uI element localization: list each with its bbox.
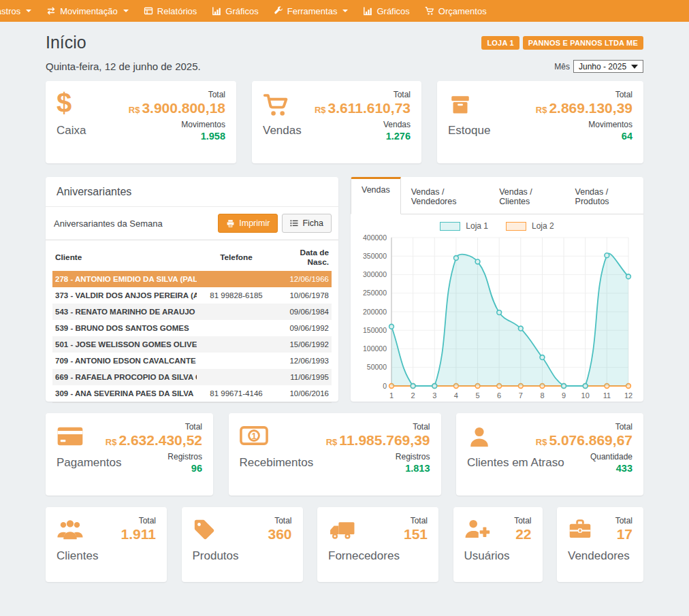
cart-icon: [263, 93, 290, 117]
table-row[interactable]: 373 - VALDIR DOS ANJOS PEREIRA (AN...81 …: [52, 287, 332, 304]
svg-text:200000: 200000: [363, 308, 387, 316]
svg-text:10: 10: [581, 391, 590, 400]
total-label: Total: [139, 516, 156, 525]
sales-chart-svg: 0500001000001500002000002500003000003500…: [362, 232, 632, 404]
count-value: 1.813: [326, 463, 430, 474]
svg-text:12: 12: [624, 391, 632, 400]
stat-card-vendas: Vendas Total R$3.611.610,73 Vendas 1.276: [252, 81, 421, 163]
tab-vendas[interactable]: Vendas: [351, 177, 401, 214]
user-plus-icon: [464, 518, 490, 540]
nav-label: Ferramentas: [287, 6, 338, 16]
chevron-down-icon: [631, 65, 638, 69]
nav-label: Orçamentos: [438, 6, 487, 16]
total-value: 22: [515, 526, 531, 542]
legend-swatch-loja2: [506, 222, 526, 231]
stat-card-clientes-atraso: Clientes em Atraso Total R$5.076.869,67 …: [456, 413, 643, 496]
table-row[interactable]: 539 - BRUNO DOS SANTOS GOMES09/06/1992: [52, 320, 332, 336]
total-label: Total: [536, 422, 632, 432]
caret-down-icon: [342, 10, 348, 12]
ficha-button[interactable]: Ficha: [282, 214, 332, 233]
nav-item-orcamentos[interactable]: Orçamentos: [417, 0, 494, 22]
total-label: Total: [326, 422, 430, 432]
bar-chart-icon: [212, 6, 221, 16]
svg-text:6: 6: [497, 391, 501, 400]
tab-vendas-vendedores[interactable]: Vendas / Vendedores: [401, 177, 489, 214]
total-label: Total: [315, 90, 411, 99]
current-date: Quinta-feira, 12 de junho de 2025.: [46, 61, 201, 72]
month-select-value: Junho - 2025: [579, 62, 626, 71]
exchange-icon: [46, 6, 56, 16]
svg-text:250000: 250000: [363, 289, 387, 297]
count-card-fornecedores: Total 151 Fornecedores: [317, 507, 438, 582]
nav-item-graficos-2[interactable]: Gráficos: [355, 0, 417, 22]
nav-label: Cadastros: [0, 6, 20, 16]
legend-item-loja2: Loja 2: [506, 221, 554, 231]
total-label: Total: [411, 516, 428, 525]
total-value: R$5.076.869,67: [536, 432, 632, 449]
total-label: Total: [274, 516, 291, 525]
svg-text:5: 5: [475, 391, 479, 400]
nav-item-cadastros[interactable]: Cadastros: [0, 0, 39, 22]
users-icon: [57, 518, 84, 541]
legend-swatch-loja1: [440, 222, 460, 231]
total-value: R$11.985.769,39: [326, 432, 430, 449]
nav-label: Gráficos: [376, 6, 409, 16]
nav-label: Gráficos: [225, 6, 258, 16]
total-label: Total: [615, 516, 632, 525]
count-label: Registros: [326, 452, 430, 461]
nav-item-relatorios[interactable]: Relatórios: [136, 0, 205, 22]
total-label: Total: [514, 516, 531, 525]
total-value: 1.911: [121, 526, 156, 542]
stat-card-recebimentos: 1 Recebimentos Total R$11.985.769,39 Reg…: [229, 413, 441, 496]
nav-item-graficos-1[interactable]: Gráficos: [204, 0, 266, 22]
column-header-cliente: Cliente: [52, 243, 197, 271]
svg-text:7: 7: [519, 391, 523, 400]
sales-chart-panel: Vendas Vendas / Vendedores Vendas / Clie…: [351, 177, 643, 402]
birthdays-subtitle: Aniversariantes da Semana: [54, 218, 163, 229]
bar-chart-icon: [363, 6, 372, 16]
tag-icon: [193, 518, 216, 541]
table-row[interactable]: 669 - RAFAELA PROCOPIO DA SILVA CA...11/…: [52, 369, 332, 385]
table-row[interactable]: 278 - ANTONIO EMIDIO DA SILVA (PALE...12…: [52, 271, 332, 287]
count-card-name: Usuários: [464, 549, 510, 563]
total-value: 151: [404, 526, 428, 542]
tab-vendas-produtos[interactable]: Vendas / Produtos: [565, 177, 643, 214]
print-button[interactable]: Imprimir: [218, 214, 278, 233]
chart-legend: Loja 1 Loja 2: [351, 221, 643, 231]
nav-item-ferramentas[interactable]: Ferramentas: [266, 0, 356, 22]
month-select[interactable]: Junho - 2025: [573, 60, 643, 73]
box-icon: [448, 93, 472, 117]
stat-card-name: Recebimentos: [240, 456, 314, 470]
nav-label: Relatórios: [157, 6, 197, 16]
page-title: Início: [46, 33, 86, 52]
tab-vendas-clientes[interactable]: Vendas / Clientes: [489, 177, 564, 214]
truck-icon: [328, 518, 355, 541]
count-card-name: Clientes: [57, 549, 98, 563]
svg-text:400000: 400000: [363, 233, 387, 242]
table-row[interactable]: 501 - JOSE WELISSON GOMES OLIVEIR...15/0…: [52, 336, 332, 353]
nav-item-movimentacao[interactable]: Movimentação: [39, 0, 136, 22]
wrench-icon: [274, 6, 283, 16]
count-label: Movimentos: [536, 120, 632, 129]
count-card-produtos: Total 360 Produtos: [182, 507, 303, 582]
table-row[interactable]: 709 - ANTONIO EDSON CAVALCANTE D...12/06…: [52, 353, 332, 369]
total-value: 360: [268, 526, 291, 542]
birthdays-title: Aniversariantes: [46, 177, 338, 207]
svg-text:4: 4: [454, 391, 458, 400]
top-navbar: Cadastros Movimentação Relatórios Gráfic…: [0, 0, 689, 22]
caret-down-icon: [26, 10, 31, 12]
total-value: R$3.611.610,73: [315, 99, 411, 117]
store-badges: LOJA 1 PANNOS E PANNOS LTDA ME: [481, 36, 643, 50]
total-value: R$3.900.800,18: [129, 99, 225, 117]
cart-icon: [425, 6, 434, 16]
stat-card-name: Caixa: [57, 124, 86, 137]
stat-card-caixa: $ Caixa Total R$3.900.800,18 Movimentos …: [46, 81, 236, 163]
count-label: Movimentos: [129, 120, 225, 129]
count-label: Vendas: [315, 120, 411, 129]
table-row[interactable]: 543 - RENATO MARINHO DE ARAUJO (F...09/0…: [52, 304, 332, 320]
divider: [52, 402, 332, 403]
stat-card-name: Estoque: [448, 124, 490, 137]
total-value: 17: [617, 526, 632, 542]
table-row[interactable]: 309 - ANA SEVERINA PAES DA SILVA81 99671…: [52, 385, 332, 402]
count-value: 433: [536, 463, 632, 474]
